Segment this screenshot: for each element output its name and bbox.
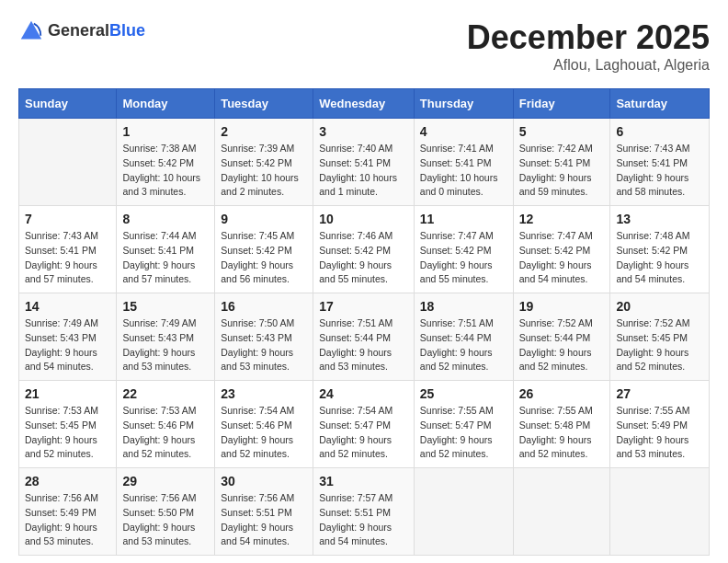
day-info: Sunrise: 7:38 AMSunset: 5:42 PMDaylight:…	[122, 142, 209, 200]
sunrise: Sunrise: 7:55 AM	[420, 405, 494, 416]
sunset: Sunset: 5:41 PM	[319, 157, 391, 168]
table-row: 2Sunrise: 7:39 AMSunset: 5:42 PMDaylight…	[215, 119, 313, 206]
day-number: 15	[122, 299, 209, 314]
daylight: Daylight: 9 hours and 54 minutes.	[319, 522, 392, 547]
sunset: Sunset: 5:42 PM	[221, 157, 292, 168]
day-info: Sunrise: 7:49 AMSunset: 5:43 PMDaylight:…	[25, 316, 110, 374]
table-row: 29Sunrise: 7:56 AMSunset: 5:50 PMDayligh…	[117, 468, 215, 556]
sunrise: Sunrise: 7:52 AM	[519, 317, 593, 328]
day-number: 19	[519, 299, 605, 314]
table-row: 5Sunrise: 7:42 AMSunset: 5:41 PMDaylight…	[513, 119, 610, 206]
title-block: December 2025 Aflou, Laghouat, Algeria	[467, 18, 710, 74]
day-number: 9	[221, 212, 307, 226]
table-row: 22Sunrise: 7:53 AMSunset: 5:46 PMDayligh…	[117, 381, 215, 468]
sunset: Sunset: 5:42 PM	[616, 245, 688, 256]
table-row	[414, 468, 513, 556]
day-number: 7	[25, 212, 110, 226]
sunrise: Sunrise: 7:55 AM	[616, 405, 689, 416]
logo: General Blue	[18, 18, 145, 44]
sunset: Sunset: 5:42 PM	[319, 245, 391, 256]
day-number: 16	[221, 299, 307, 314]
table-row	[513, 468, 610, 556]
logo-text: General Blue	[48, 21, 145, 41]
day-info: Sunrise: 7:50 AMSunset: 5:43 PMDaylight:…	[221, 316, 307, 374]
table-row	[19, 119, 117, 206]
day-number: 5	[519, 124, 605, 139]
daylight: Daylight: 9 hours and 56 minutes.	[221, 259, 293, 285]
day-info: Sunrise: 7:45 AMSunset: 5:42 PMDaylight:…	[221, 229, 307, 287]
header-tuesday: Tuesday	[215, 89, 313, 119]
sunset: Sunset: 5:45 PM	[25, 419, 97, 431]
sunrise: Sunrise: 7:54 AM	[319, 405, 392, 416]
day-info: Sunrise: 7:55 AMSunset: 5:48 PMDaylight:…	[519, 404, 605, 462]
table-row: 15Sunrise: 7:49 AMSunset: 5:43 PMDayligh…	[117, 293, 215, 381]
sunset: Sunset: 5:41 PM	[616, 157, 688, 168]
table-row: 25Sunrise: 7:55 AMSunset: 5:47 PMDayligh…	[414, 381, 513, 468]
daylight: Daylight: 10 hours and 2 minutes.	[221, 172, 299, 198]
sunrise: Sunrise: 7:49 AM	[122, 317, 196, 328]
day-info: Sunrise: 7:42 AMSunset: 5:41 PMDaylight:…	[519, 142, 605, 200]
table-row: 20Sunrise: 7:52 AMSunset: 5:45 PMDayligh…	[610, 293, 710, 381]
daylight: Daylight: 9 hours and 55 minutes.	[319, 259, 392, 285]
svg-marker-0	[21, 21, 41, 40]
header-friday: Friday	[513, 89, 610, 119]
day-info: Sunrise: 7:54 AMSunset: 5:46 PMDaylight:…	[221, 404, 307, 462]
table-row: 24Sunrise: 7:54 AMSunset: 5:47 PMDayligh…	[313, 381, 415, 468]
month-title: December 2025	[467, 18, 710, 57]
table-row: 4Sunrise: 7:41 AMSunset: 5:41 PMDaylight…	[414, 119, 513, 206]
location-subtitle: Aflou, Laghouat, Algeria	[467, 57, 710, 74]
daylight: Daylight: 9 hours and 57 minutes.	[122, 259, 195, 285]
day-number: 6	[616, 124, 703, 139]
daylight: Daylight: 9 hours and 54 minutes.	[221, 522, 293, 547]
calendar-body: 1Sunrise: 7:38 AMSunset: 5:42 PMDaylight…	[19, 119, 710, 556]
daylight: Daylight: 9 hours and 52 minutes.	[25, 434, 97, 460]
day-number: 22	[122, 386, 209, 401]
daylight: Daylight: 10 hours and 0 minutes.	[420, 172, 498, 198]
sunrise: Sunrise: 7:40 AM	[319, 143, 392, 154]
sunrise: Sunrise: 7:47 AM	[519, 230, 593, 241]
sunset: Sunset: 5:51 PM	[319, 507, 391, 518]
table-row: 12Sunrise: 7:47 AMSunset: 5:42 PMDayligh…	[513, 206, 610, 293]
table-row: 11Sunrise: 7:47 AMSunset: 5:42 PMDayligh…	[414, 206, 513, 293]
day-info: Sunrise: 7:52 AMSunset: 5:45 PMDaylight:…	[616, 316, 703, 374]
sunrise: Sunrise: 7:57 AM	[319, 492, 392, 503]
sunset: Sunset: 5:43 PM	[25, 332, 97, 343]
daylight: Daylight: 9 hours and 54 minutes.	[616, 259, 688, 285]
daylight: Daylight: 9 hours and 53 minutes.	[319, 347, 392, 373]
header-sunday: Sunday	[19, 89, 117, 119]
sunrise: Sunrise: 7:39 AM	[221, 143, 294, 154]
day-number: 10	[319, 212, 408, 226]
sunset: Sunset: 5:41 PM	[122, 245, 194, 256]
day-info: Sunrise: 7:47 AMSunset: 5:42 PMDaylight:…	[420, 229, 507, 287]
daylight: Daylight: 9 hours and 57 minutes.	[25, 259, 97, 285]
day-info: Sunrise: 7:39 AMSunset: 5:42 PMDaylight:…	[221, 142, 307, 200]
sunset: Sunset: 5:45 PM	[616, 332, 688, 343]
sunrise: Sunrise: 7:43 AM	[25, 230, 98, 241]
day-info: Sunrise: 7:55 AMSunset: 5:49 PMDaylight:…	[616, 404, 703, 462]
sunrise: Sunrise: 7:50 AM	[221, 317, 294, 328]
day-info: Sunrise: 7:43 AMSunset: 5:41 PMDaylight:…	[25, 229, 110, 287]
day-info: Sunrise: 7:44 AMSunset: 5:41 PMDaylight:…	[122, 229, 209, 287]
calendar-table: Sunday Monday Tuesday Wednesday Thursday…	[18, 88, 710, 556]
table-row: 18Sunrise: 7:51 AMSunset: 5:44 PMDayligh…	[414, 293, 513, 381]
daylight: Daylight: 9 hours and 52 minutes.	[519, 434, 592, 460]
day-info: Sunrise: 7:52 AMSunset: 5:44 PMDaylight:…	[519, 316, 605, 374]
day-info: Sunrise: 7:55 AMSunset: 5:47 PMDaylight:…	[420, 404, 507, 462]
day-info: Sunrise: 7:54 AMSunset: 5:47 PMDaylight:…	[319, 404, 408, 462]
table-row: 6Sunrise: 7:43 AMSunset: 5:41 PMDaylight…	[610, 119, 710, 206]
sunrise: Sunrise: 7:43 AM	[616, 143, 689, 154]
sunset: Sunset: 5:46 PM	[221, 419, 292, 431]
sunrise: Sunrise: 7:54 AM	[221, 405, 294, 416]
day-info: Sunrise: 7:48 AMSunset: 5:42 PMDaylight:…	[616, 229, 703, 287]
day-info: Sunrise: 7:56 AMSunset: 5:51 PMDaylight:…	[221, 491, 307, 549]
day-number: 30	[221, 474, 307, 488]
daylight: Daylight: 9 hours and 52 minutes.	[122, 434, 195, 460]
sunset: Sunset: 5:43 PM	[221, 332, 292, 343]
daylight: Daylight: 9 hours and 54 minutes.	[25, 347, 97, 373]
sunrise: Sunrise: 7:53 AM	[25, 405, 98, 416]
sunset: Sunset: 5:46 PM	[122, 419, 194, 431]
logo-icon	[18, 18, 44, 44]
logo-blue: Blue	[109, 21, 145, 41]
sunset: Sunset: 5:42 PM	[221, 245, 292, 256]
daylight: Daylight: 9 hours and 54 minutes.	[519, 259, 592, 285]
